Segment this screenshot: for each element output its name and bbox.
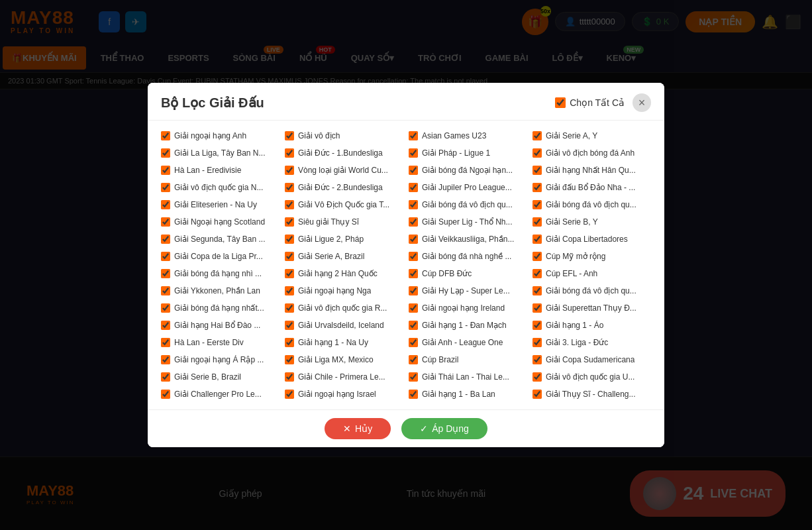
league-item[interactable]: Giải hạng Hai Bổ Đào ... xyxy=(161,318,279,333)
league-checkbox[interactable] xyxy=(161,286,170,295)
league-checkbox[interactable] xyxy=(161,148,170,158)
league-item[interactable]: Giải Hy Lạp - Super Le... xyxy=(409,284,527,298)
league-item[interactable]: Giải ngoại hạng Nga xyxy=(285,284,403,298)
league-checkbox[interactable] xyxy=(533,131,542,140)
league-item[interactable]: Giải vô địch bóng đá Anh xyxy=(533,146,651,160)
league-checkbox[interactable] xyxy=(533,183,542,192)
league-checkbox[interactable] xyxy=(533,269,542,278)
league-item[interactable]: Giải Segunda, Tây Ban ... xyxy=(161,232,279,246)
league-checkbox[interactable] xyxy=(161,338,170,347)
league-item[interactable]: Giải Chile - Primera Le... xyxy=(285,370,403,384)
league-checkbox[interactable] xyxy=(161,235,170,244)
league-item[interactable]: Giải La Liga, Tây Ban N... xyxy=(161,146,279,160)
league-checkbox[interactable] xyxy=(161,390,170,399)
league-checkbox[interactable] xyxy=(533,148,542,158)
league-item[interactable]: Hà Lan - Eerste Div xyxy=(161,335,279,350)
league-checkbox[interactable] xyxy=(533,321,542,330)
league-checkbox[interactable] xyxy=(285,390,294,399)
league-checkbox[interactable] xyxy=(161,303,170,313)
league-checkbox[interactable] xyxy=(409,235,418,244)
league-item[interactable]: Giải 3. Liga - Đức xyxy=(533,335,651,350)
league-item[interactable]: Giải Ykkonen, Phần Lan xyxy=(161,284,279,298)
league-item[interactable]: Giải Urvalsdeild, Iceland xyxy=(285,318,403,333)
league-checkbox[interactable] xyxy=(285,252,294,261)
league-checkbox[interactable] xyxy=(285,303,294,313)
league-checkbox[interactable] xyxy=(409,286,418,295)
league-item[interactable]: Hà Lan - Eredivisie xyxy=(161,163,279,178)
league-checkbox[interactable] xyxy=(409,321,418,330)
league-item[interactable]: Siêu giải Thụy Sĩ xyxy=(285,215,403,229)
league-checkbox[interactable] xyxy=(409,200,418,209)
league-checkbox[interactable] xyxy=(161,372,170,382)
league-item[interactable]: Giải ngoại hạng Á Rập ... xyxy=(161,352,279,367)
league-item[interactable]: Giải Veikkausliiga, Phần... xyxy=(409,232,527,246)
league-item[interactable]: Giải Thái Lan - Thai Le... xyxy=(409,370,527,384)
league-checkbox[interactable] xyxy=(533,303,542,313)
league-checkbox[interactable] xyxy=(409,252,418,261)
league-item[interactable]: Giải Pháp - Ligue 1 xyxy=(409,146,527,160)
league-item[interactable]: Giải vô địch quốc gia R... xyxy=(285,301,403,315)
league-checkbox[interactable] xyxy=(161,183,170,192)
league-checkbox[interactable] xyxy=(161,321,170,330)
league-checkbox[interactable] xyxy=(161,355,170,364)
league-item[interactable]: Cúp DFB Đức xyxy=(409,266,527,281)
league-checkbox[interactable] xyxy=(533,235,542,244)
league-item[interactable]: Cúp Mỹ mở rộng xyxy=(533,249,651,264)
league-item[interactable]: Giải Đức - 2.Bundesliga xyxy=(285,180,403,195)
league-checkbox[interactable] xyxy=(285,269,294,278)
league-checkbox[interactable] xyxy=(285,200,294,209)
league-item[interactable]: Giải Copa Sudamericana xyxy=(533,352,651,367)
league-checkbox[interactable] xyxy=(161,252,170,261)
league-item[interactable]: Giải Serie A, Brazil xyxy=(285,249,403,264)
league-checkbox[interactable] xyxy=(409,131,418,140)
league-item[interactable]: Giải Superettan Thụy Đ... xyxy=(533,301,651,315)
league-checkbox[interactable] xyxy=(285,372,294,382)
league-item[interactable]: Cúp Brazil xyxy=(409,352,527,367)
league-item[interactable]: Giải bóng đá Ngoại hạn... xyxy=(409,163,527,178)
league-item[interactable]: Giải Thụy Sĩ - Challeng... xyxy=(533,387,651,401)
league-checkbox[interactable] xyxy=(285,286,294,295)
league-checkbox[interactable] xyxy=(409,372,418,382)
league-item[interactable]: Giải Ligue 2, Pháp xyxy=(285,232,403,246)
apply-button[interactable]: ✓ Áp Dụng xyxy=(401,418,487,439)
league-item[interactable]: Giải Serie B, Y xyxy=(533,215,651,229)
league-item[interactable]: Giải ngoại hạng Anh xyxy=(161,129,279,143)
league-checkbox[interactable] xyxy=(409,338,418,347)
league-item[interactable]: Giải Liga MX, Mexico xyxy=(285,352,403,367)
league-item[interactable]: Giải Challenger Pro Le... xyxy=(161,387,279,401)
league-checkbox[interactable] xyxy=(285,183,294,192)
league-item[interactable]: Asian Games U23 xyxy=(409,129,527,143)
league-checkbox[interactable] xyxy=(285,235,294,244)
league-item[interactable]: Giải bóng đá vô địch qu... xyxy=(409,197,527,212)
league-checkbox[interactable] xyxy=(285,131,294,140)
league-item[interactable]: Giải Đức - 1.Bundesliga xyxy=(285,146,403,160)
select-all-checkbox[interactable] xyxy=(555,97,566,108)
league-checkbox[interactable] xyxy=(533,252,542,261)
league-checkbox[interactable] xyxy=(409,355,418,364)
league-item[interactable]: Giải Serie B, Brazil xyxy=(161,370,279,384)
league-item[interactable]: Giải hạng 1 - Đan Mạch xyxy=(409,318,527,333)
league-item[interactable]: Giải hạng 2 Hàn Quốc xyxy=(285,266,403,281)
league-item[interactable]: Giải Anh - League One xyxy=(409,335,527,350)
league-item[interactable]: Giải Super Lig - Thổ Nh... xyxy=(409,215,527,229)
modal-close-button[interactable]: × xyxy=(633,93,651,112)
league-checkbox[interactable] xyxy=(533,217,542,227)
league-checkbox[interactable] xyxy=(409,303,418,313)
league-checkbox[interactable] xyxy=(285,148,294,158)
league-item[interactable]: Giải Serie A, Y xyxy=(533,129,651,143)
league-item[interactable]: Giải vô địch quốc gia N... xyxy=(161,180,279,195)
league-checkbox[interactable] xyxy=(533,286,542,295)
league-item[interactable]: Giải hạng 1 - Áo xyxy=(533,318,651,333)
cancel-button[interactable]: ✕ Hủy xyxy=(325,418,391,439)
league-item[interactable]: Giải bóng đá nhà nghề ... xyxy=(409,249,527,264)
league-checkbox[interactable] xyxy=(533,338,542,347)
league-item[interactable]: Giải Copa Libertadores xyxy=(533,232,651,246)
league-item[interactable]: Giải Ngoại hạng Scotland xyxy=(161,215,279,229)
league-checkbox[interactable] xyxy=(285,355,294,364)
league-item[interactable]: Giải Eliteserien - Na Uy xyxy=(161,197,279,212)
league-item[interactable]: Giải Copa de la Liga Pr... xyxy=(161,249,279,264)
league-checkbox[interactable] xyxy=(533,390,542,399)
league-checkbox[interactable] xyxy=(409,183,418,192)
league-checkbox[interactable] xyxy=(409,148,418,158)
league-item[interactable]: Giải bóng đá vô địch qu... xyxy=(533,284,651,298)
